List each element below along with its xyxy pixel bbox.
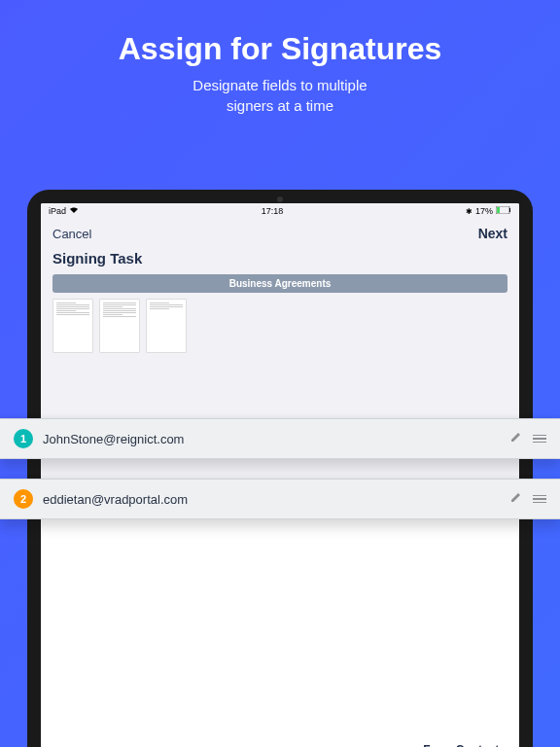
tablet-camera [277,196,283,202]
promo-title: Assign for Signatures [19,31,541,67]
edit-icon[interactable] [509,490,523,508]
document-section: Business Agreements [41,274,519,363]
signer-badge: 2 [14,489,33,509]
document-group-header[interactable]: Business Agreements [52,274,508,293]
signer-email: JohnStone@reignict.com [43,432,500,446]
signer-row[interactable]: 1 JohnStone@reignict.com [0,418,560,459]
reorder-icon[interactable] [533,435,546,444]
wifi-icon [69,206,79,216]
reorder-icon[interactable] [533,495,546,504]
status-carrier: iPad [49,206,66,216]
document-thumbnail[interactable] [99,299,140,353]
signer-email: eddietan@vradportal.com [43,492,500,507]
document-thumbnail[interactable] [52,299,93,353]
status-time: 17:18 [262,206,284,216]
bluetooth-icon: ✱ [466,207,472,216]
signer-badge: 1 [14,429,33,448]
status-bar: iPad 17:18 ✱ 17% [41,203,519,219]
promo-subtitle: Designate fields to multiple signers at … [19,75,541,116]
promo-header: Assign for Signatures Designate fields t… [0,0,560,135]
page-title: Signing Task [52,250,508,267]
from-contacts-button[interactable]: From Contacts [41,735,519,747]
svg-rect-2 [509,208,510,212]
cancel-button[interactable]: Cancel [52,227,91,241]
document-thumbnail[interactable] [146,299,187,353]
title-row: Signing Task [41,248,519,274]
next-button[interactable]: Next [478,226,508,241]
edit-icon[interactable] [509,430,523,447]
document-thumbnails [52,299,508,353]
battery-icon [496,206,511,216]
navbar: Cancel Next [41,219,519,248]
signer-row[interactable]: 2 eddietan@vradportal.com [0,479,560,519]
status-battery: 17% [475,206,493,216]
svg-rect-1 [497,207,500,213]
